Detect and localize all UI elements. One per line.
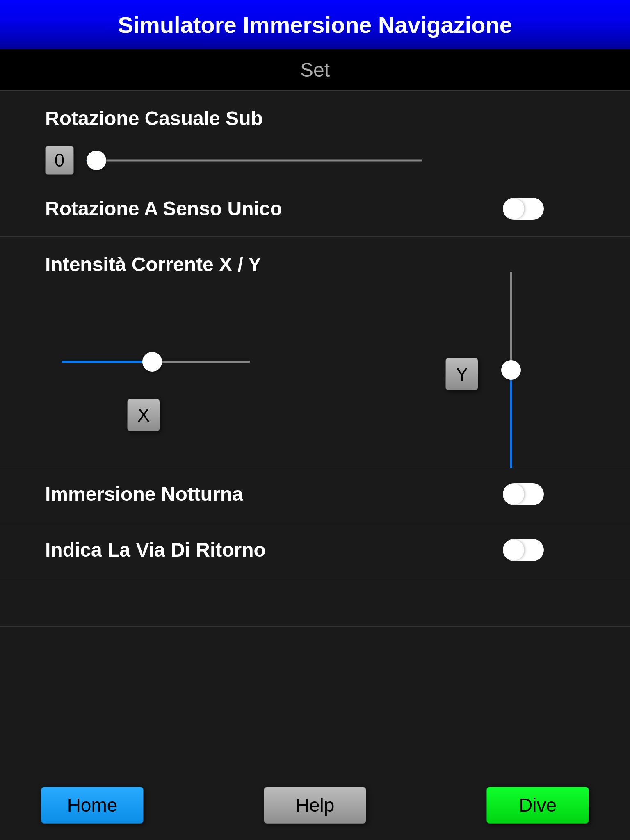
random-rotation-value: 0 xyxy=(45,146,74,175)
help-button[interactable]: Help xyxy=(264,787,366,824)
app-title: Simulatore Immersione Navigazione xyxy=(118,11,512,38)
empty-row xyxy=(0,578,630,627)
night-dive-row: Immersione Notturna xyxy=(0,466,630,522)
y-axis-label: Y xyxy=(445,358,478,390)
return-path-toggle[interactable] xyxy=(503,539,544,561)
night-dive-toggle[interactable] xyxy=(503,483,544,505)
dive-button[interactable]: Dive xyxy=(486,787,589,824)
title-bar: Simulatore Immersione Navigazione xyxy=(0,0,630,49)
random-rotation-slider[interactable] xyxy=(86,152,422,169)
night-dive-label: Immersione Notturna xyxy=(45,483,243,505)
return-path-label: Indica La Via Di Ritorno xyxy=(45,539,266,561)
return-path-row: Indica La Via Di Ritorno xyxy=(0,522,630,578)
x-axis-label: X xyxy=(127,399,160,431)
random-rotation-section: Rotazione Casuale Sub 0 Rotazione A Sens… xyxy=(0,90,630,236)
settings-list: Rotazione Casuale Sub 0 Rotazione A Sens… xyxy=(0,90,630,627)
section-header: Set xyxy=(0,49,630,90)
one-way-rotation-toggle[interactable] xyxy=(503,198,544,220)
current-y-slider[interactable] xyxy=(503,272,519,468)
random-rotation-label: Rotazione Casuale Sub xyxy=(45,107,585,130)
current-intensity-section: Intensità Corrente X / Y X Y xyxy=(0,236,630,466)
section-title: Set xyxy=(300,59,330,81)
one-way-rotation-label: Rotazione A Senso Unico xyxy=(45,197,282,220)
footer-toolbar: Home Help Dive xyxy=(0,787,630,824)
home-button[interactable]: Home xyxy=(41,787,144,824)
